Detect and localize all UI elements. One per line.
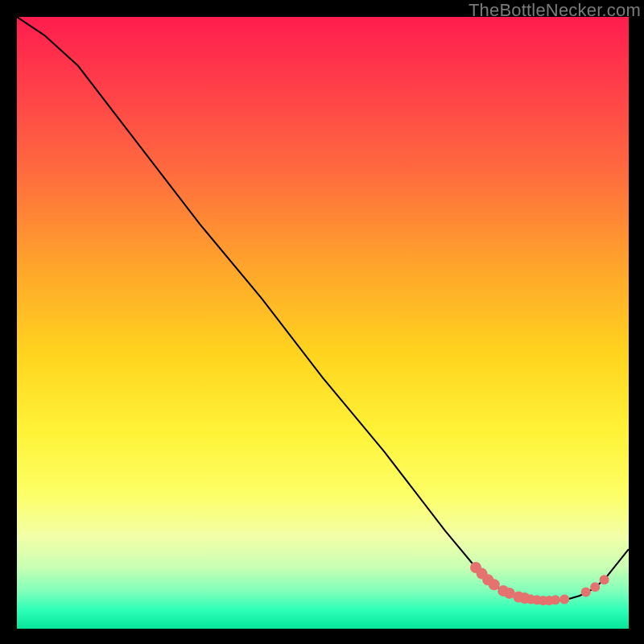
chart-stage: TheBottleNecker.com [0,0,644,644]
attribution-text: TheBottleNecker.com [469,0,641,21]
plot-area [17,17,629,629]
heatmap-gradient-background [17,17,629,629]
